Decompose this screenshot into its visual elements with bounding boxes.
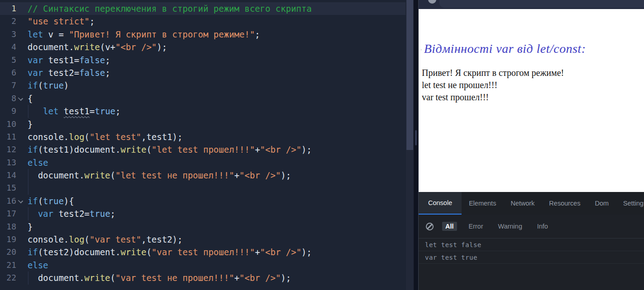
code-lines[interactable]: 1// Синтаксис переключения в строгий реж…	[0, 2, 406, 285]
code-token: .	[79, 273, 84, 283]
filter-info[interactable]: Info	[534, 222, 551, 231]
code-text[interactable]: else	[25, 259, 406, 271]
line-number: 14	[0, 169, 16, 182]
code-text[interactable]: let test1=true;	[25, 105, 406, 117]
code-line[interactable]: 15	[0, 182, 406, 194]
code-token: test1	[43, 55, 74, 65]
code-line[interactable]: 12if(test1)document.write("let test прош…	[0, 143, 406, 156]
code-line[interactable]: 20if(test2)document.write("var test прош…	[0, 246, 406, 258]
indent-guide	[28, 271, 28, 284]
code-text[interactable]: console.log("let test",test1);	[25, 131, 406, 143]
code-text[interactable]: }	[25, 118, 406, 131]
code-text[interactable]: if(test2)document.write("var test прошел…	[25, 246, 406, 258]
code-token: ,test2);	[141, 234, 183, 244]
misspelled-token: test1	[64, 106, 89, 116]
code-token: "use strict"	[28, 16, 89, 26]
code-text[interactable]: if(true)	[25, 79, 406, 92]
fold-gutter	[16, 2, 25, 15]
code-line[interactable]: 10}	[0, 118, 406, 131]
line-number: 21	[0, 259, 16, 271]
code-line[interactable]: 19console.log("var test",test2);	[0, 233, 406, 246]
fold-gutter	[16, 15, 25, 28]
tab-console[interactable]: Console	[419, 192, 462, 215]
code-line[interactable]: 4document.write(v+"<br />");	[0, 41, 406, 53]
code-text[interactable]: console.log("var test",test2);	[25, 233, 406, 246]
tab-network[interactable]: Network	[504, 192, 542, 215]
code-text[interactable]: var test1=false;	[25, 54, 406, 66]
line-number: 20	[0, 246, 16, 258]
code-token: log	[69, 132, 84, 142]
code-line[interactable]: 7if(true)	[0, 79, 406, 92]
filter-error[interactable]: Error	[466, 222, 486, 231]
code-token: "<br />"	[239, 273, 281, 283]
line-number: 1	[0, 2, 16, 15]
code-line[interactable]: 14 document.write("let test не прошел!!!…	[0, 169, 406, 182]
code-line[interactable]: 22 document.write("var test не прошел!!!…	[0, 271, 406, 284]
fold-gutter	[16, 41, 25, 53]
code-text[interactable]: {	[25, 92, 406, 105]
code-line[interactable]: 1// Синтаксис переключения в строгий реж…	[0, 2, 406, 15]
code-token: "<br />"	[260, 145, 302, 154]
fold-chevron-icon[interactable]	[16, 195, 25, 207]
code-token: (	[146, 247, 151, 257]
tab-dom[interactable]: Dom	[588, 192, 616, 215]
code-token: (test1)	[38, 145, 74, 154]
code-text[interactable]: "use strict";	[25, 15, 406, 28]
code-line[interactable]: 2"use strict";	[0, 15, 406, 28]
code-line[interactable]: 16if(true){	[0, 195, 406, 207]
code-token: {	[28, 94, 33, 103]
fold-gutter	[16, 28, 25, 41]
code-token: );	[281, 170, 291, 180]
code-line[interactable]: 11console.log("let test",test1);	[0, 131, 406, 143]
code-token: ;	[110, 209, 115, 219]
fold-chevron-icon[interactable]	[16, 92, 25, 105]
code-token: document	[74, 247, 116, 257]
code-text[interactable]: let v = "Привет! Я скрипт в строгом режи…	[25, 28, 406, 41]
code-text[interactable]: document.write(v+"<br />");	[25, 41, 406, 53]
code-text[interactable]: var test2=true;	[25, 207, 406, 220]
code-text[interactable]: var test2=false;	[25, 66, 406, 79]
code-token: .	[79, 170, 84, 180]
tab-settings[interactable]: Settings	[616, 192, 644, 215]
code-token: );	[301, 145, 312, 154]
code-text[interactable]: document.write("let test не прошел!!!"+"…	[25, 169, 406, 182]
code-text[interactable]: }	[25, 220, 406, 233]
code-token: "var test прошел!!!"	[152, 247, 255, 257]
code-text[interactable]: // Синтаксис переключения в строгий режи…	[25, 2, 406, 15]
code-text[interactable]: document.write("var test не прошел!!!"+"…	[25, 271, 406, 284]
pane-divider[interactable]	[414, 0, 418, 290]
code-text[interactable]: if(true){	[25, 195, 406, 207]
code-token: log	[69, 234, 84, 244]
tab-elements[interactable]: Elements	[462, 192, 503, 215]
reload-button[interactable]	[428, 0, 436, 4]
editor-scrollbar[interactable]	[406, 0, 414, 290]
code-token: test2	[43, 68, 74, 78]
code-text[interactable]: else	[25, 156, 406, 169]
code-editor[interactable]: 1// Синтаксис переключения в строгий реж…	[0, 0, 414, 290]
filter-all[interactable]: All	[442, 222, 457, 231]
fold-gutter	[16, 246, 25, 258]
code-text[interactable]: if(test1)document.write("let test прошел…	[25, 143, 406, 156]
code-line[interactable]: 9 let test1=true;	[0, 105, 406, 117]
clear-console-icon[interactable]	[426, 223, 434, 230]
line-number: 18	[0, 220, 16, 233]
code-text[interactable]	[25, 182, 406, 194]
tab-resources[interactable]: Resources	[542, 192, 588, 215]
line-number: 2	[0, 15, 16, 28]
code-token: document	[28, 42, 69, 52]
code-line[interactable]: 8{	[0, 92, 406, 105]
url-input[interactable]	[439, 0, 644, 8]
code-line[interactable]: 13else	[0, 156, 406, 169]
code-line[interactable]: 5var test1=false;	[0, 54, 406, 66]
pane-divider-grip-icon[interactable]	[415, 130, 417, 145]
code-line[interactable]: 6var test2=false;	[0, 66, 406, 79]
code-line[interactable]: 17 var test2=true;	[0, 207, 406, 220]
code-line[interactable]: 21else	[0, 259, 406, 271]
code-line[interactable]: 3let v = "Привет! Я скрипт в строгом реж…	[0, 28, 406, 41]
editor-scrollbar-thumb[interactable]	[406, 0, 413, 150]
code-token: console	[28, 234, 64, 244]
fold-gutter	[16, 169, 25, 182]
preview-pane: . Відмінності var від let/const: Привет!…	[418, 0, 644, 290]
code-line[interactable]: 18}	[0, 220, 406, 233]
filter-warning[interactable]: Warning	[495, 222, 525, 231]
